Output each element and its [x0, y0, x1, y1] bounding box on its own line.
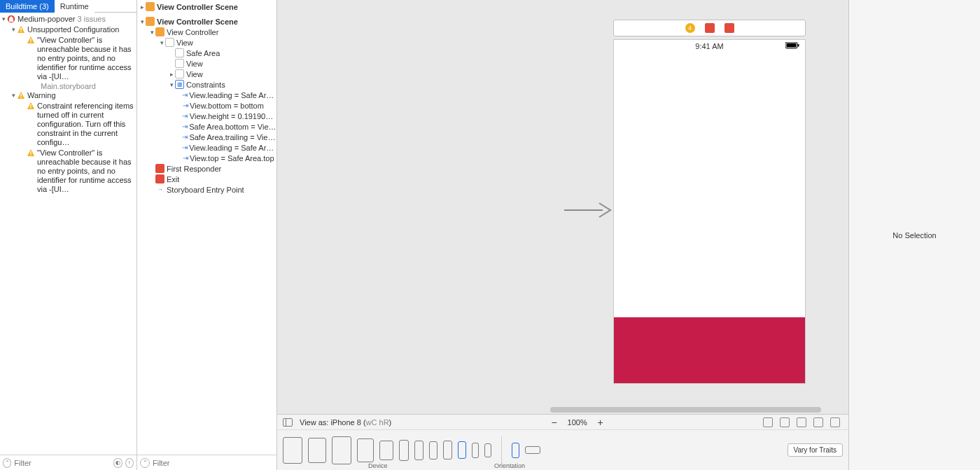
- disclosure-triangle-icon[interactable]: [168, 71, 175, 78]
- vary-for-traits-button[interactable]: Vary for Traits: [788, 443, 844, 457]
- outline-constraint-row[interactable]: ⇥View.leading = Safe Area…: [137, 142, 276, 153]
- device-ipad-11-icon[interactable]: [308, 438, 326, 463]
- warning-icon: [27, 102, 35, 110]
- info-icon[interactable]: !: [125, 458, 134, 468]
- issue-group-row[interactable]: Warning: [10, 90, 136, 101]
- disclosure-triangle-icon[interactable]: [0, 15, 7, 24]
- outline-safearea-row[interactable]: Safe Area: [137, 48, 276, 58]
- svg-rect-6: [20, 97, 21, 97]
- outline-constraint-row[interactable]: ⇥View.top = Safe Area.top: [137, 153, 276, 163]
- view-icon: [165, 38, 174, 47]
- outline-viewcontroller-row[interactable]: View Controller: [137, 27, 276, 37]
- device-iphone-se-icon[interactable]: [472, 443, 479, 458]
- clock-icon[interactable]: ◐: [113, 458, 122, 468]
- update-frames-icon[interactable]: [763, 417, 773, 427]
- device-iphone-4s-icon[interactable]: [484, 443, 491, 457]
- warning-badge-icon[interactable]: 4: [685, 23, 695, 33]
- device-ipad-10-icon[interactable]: [332, 436, 351, 464]
- first-responder-label: First Responder: [167, 165, 221, 173]
- outline-scene-row[interactable]: View Controller Scene: [137, 1, 276, 12]
- constraints-icon: ▦: [175, 80, 184, 89]
- view-label: View: [176, 39, 193, 47]
- red-subview[interactable]: [614, 317, 805, 383]
- constraint-icon: ⇥: [181, 154, 190, 162]
- disclosure-triangle-icon[interactable]: [158, 39, 165, 46]
- orientation-portrait-icon[interactable]: [512, 443, 519, 458]
- outline-constraint-row[interactable]: ⇥View.leading = Safe Area…: [137, 90, 276, 100]
- disclosure-triangle-icon[interactable]: [168, 81, 175, 88]
- outline-exit-row[interactable]: Exit: [137, 174, 276, 184]
- embed-in-icon[interactable]: [780, 417, 790, 427]
- constraint-label: View.bottom = bottom: [190, 102, 264, 110]
- view-as-label[interactable]: View as: iPhone 8 (wC hR): [300, 418, 391, 427]
- simulated-device-frame[interactable]: 9:41 AM: [613, 39, 806, 384]
- device-ipad-9-icon[interactable]: [357, 438, 374, 462]
- svg-rect-12: [787, 43, 797, 48]
- device-iphone-x-icon[interactable]: [429, 441, 438, 459]
- outline-constraint-row[interactable]: ⇥View.height = 0.191904…: [137, 111, 276, 121]
- outline-filter-bar: ⌃: [137, 455, 276, 470]
- outline-constraint-row[interactable]: ⇥Safe Area.bottom = View…: [137, 121, 276, 132]
- view-label: View: [186, 60, 203, 68]
- issues-project-row[interactable]: Medium-popover 3 issues: [0, 14, 136, 25]
- issue-group-row[interactable]: Unsupported Configuration: [10, 25, 136, 35]
- disclosure-triangle-icon[interactable]: [148, 29, 155, 36]
- device-iphone-8-icon[interactable]: [458, 441, 466, 459]
- filter-scope-icon[interactable]: ⌃: [140, 458, 150, 468]
- disclosure-triangle-icon[interactable]: [139, 18, 146, 25]
- device-ipad-12-icon[interactable]: [283, 437, 302, 464]
- inspector-empty-label: No Selection: [892, 231, 936, 240]
- zoom-out-button[interactable]: −: [548, 417, 561, 428]
- first-responder-icon[interactable]: [705, 23, 715, 33]
- svg-rect-9: [30, 151, 31, 154]
- issue-file[interactable]: Main.storyboard: [20, 82, 136, 90]
- outline-view-row[interactable]: View: [137, 69, 276, 79]
- outline-entrypoint-row[interactable]: → Storyboard Entry Point: [137, 184, 276, 195]
- resolve-issues-icon[interactable]: [830, 417, 840, 427]
- device-iphone-8plus-icon[interactable]: [443, 441, 452, 459]
- outline-toggle-icon[interactable]: [283, 418, 293, 427]
- orientation-landscape-icon[interactable]: [525, 446, 540, 454]
- scene-label: View Controller Scene: [157, 18, 238, 26]
- safearea-label: Safe Area: [186, 49, 220, 57]
- inspector-panel: No Selection: [848, 0, 980, 470]
- outline-view-row[interactable]: View: [137, 37, 276, 48]
- svg-rect-2: [20, 31, 21, 32]
- status-bar: 9:41 AM: [614, 40, 805, 53]
- tab-runtime[interactable]: Runtime: [55, 0, 94, 13]
- outline-scene-row[interactable]: View Controller Scene: [137, 16, 276, 27]
- issue-row[interactable]: Constraint referencing items turned off …: [20, 101, 136, 148]
- outline-constraint-row[interactable]: ⇥Safe Area.trailing = View…: [137, 132, 276, 142]
- outline-filter-input[interactable]: [153, 459, 274, 467]
- exit-icon[interactable]: [724, 23, 734, 33]
- outline-view-row[interactable]: View: [137, 58, 276, 69]
- first-responder-icon: [155, 164, 164, 173]
- canvas-horizontal-scrollbar[interactable]: [550, 406, 845, 414]
- tab-buildtime[interactable]: Buildtime (3): [0, 0, 55, 13]
- scene-header-bar[interactable]: 4: [613, 20, 806, 36]
- storyboard-canvas[interactable]: 4 9:41 AM: [277, 0, 848, 414]
- warning-icon: [17, 91, 25, 99]
- device-ipad-mini-icon[interactable]: [379, 441, 393, 460]
- issue-row[interactable]: "View Controller" is unreachable because…: [20, 148, 136, 195]
- constraint-label: Safe Area.bottom = View…: [189, 123, 276, 131]
- outline-constraint-row[interactable]: ⇥View.bottom = bottom: [137, 100, 276, 111]
- device-section-label: Device: [368, 462, 388, 469]
- align-icon[interactable]: [797, 417, 806, 427]
- scene-icon: [146, 17, 155, 26]
- disclosure-triangle-icon[interactable]: [10, 91, 17, 100]
- disclosure-triangle-icon[interactable]: [10, 25, 17, 34]
- zoom-level[interactable]: 100%: [568, 418, 587, 427]
- filter-scope-icon[interactable]: ⌃: [3, 458, 11, 468]
- outline-constraints-row[interactable]: ▦ Constraints: [137, 79, 276, 90]
- outline-firstresponder-row[interactable]: First Responder: [137, 163, 276, 174]
- issues-filter-input[interactable]: [14, 459, 111, 467]
- pin-icon[interactable]: [813, 417, 823, 427]
- disclosure-triangle-icon[interactable]: [139, 4, 146, 11]
- issue-row[interactable]: "View Controller" is unreachable because…: [20, 35, 136, 82]
- zoom-in-button[interactable]: +: [594, 417, 607, 428]
- scene-icon: [146, 2, 155, 11]
- device-iphone-xr-icon[interactable]: [414, 441, 424, 460]
- view-icon: [175, 59, 184, 68]
- device-iphone-max-icon[interactable]: [399, 440, 409, 461]
